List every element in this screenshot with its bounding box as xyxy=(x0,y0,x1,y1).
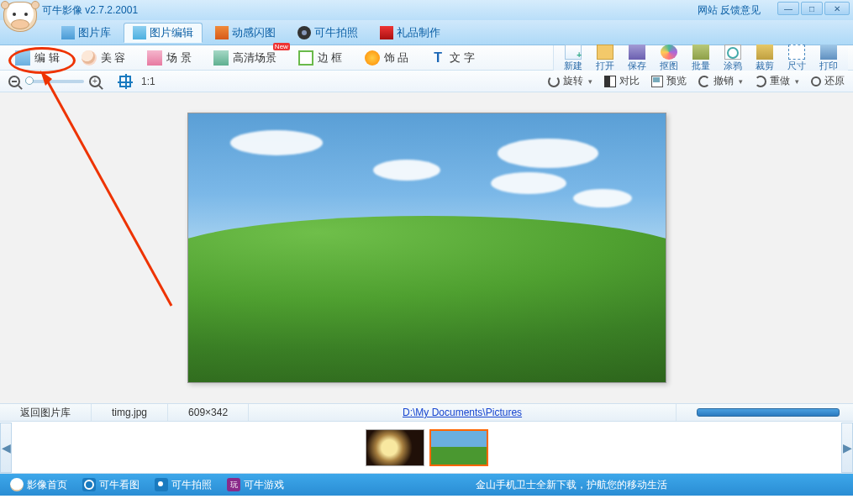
top-links: 网站 反馈意见 xyxy=(698,3,761,18)
bottom-photo[interactable]: 可牛拍照 xyxy=(155,478,212,492)
preview-button[interactable]: 预览 xyxy=(651,74,687,88)
filmstrip: ◀ ▶ xyxy=(0,422,853,474)
hd-icon xyxy=(213,50,229,66)
tab-flash[interactable]: 动感闪图 xyxy=(206,23,285,43)
tool-hd[interactable]: 高清场景New xyxy=(205,48,285,68)
image-content xyxy=(188,113,666,382)
undo-icon xyxy=(698,76,710,87)
back-to-library[interactable]: 返回图片库 xyxy=(0,404,92,421)
path-link[interactable]: D:\My Documents\Pictures xyxy=(249,404,677,421)
cropsel-button[interactable]: 抠图 xyxy=(653,45,685,72)
minimize-button[interactable]: — xyxy=(777,2,799,15)
cropsel-icon xyxy=(661,45,677,60)
gift-icon xyxy=(380,26,393,39)
cut-button[interactable]: 裁剪 xyxy=(749,45,781,72)
bottom-look[interactable]: 可牛看图 xyxy=(82,478,140,492)
batch-icon xyxy=(692,45,709,60)
size-button[interactable]: 尺寸 xyxy=(781,45,813,72)
doodle-icon xyxy=(724,45,741,60)
app-title: 可牛影像 v2.7.2.2001 xyxy=(42,3,138,18)
bottom-bar: 影像首页 可牛看图 可牛拍照 玩可牛游戏 金山手机卫士全新下载，护航您的移动生活 xyxy=(0,474,853,496)
window-controls: — □ ✕ xyxy=(776,2,850,15)
tool-text[interactable]: T文 字 xyxy=(422,48,483,68)
title-bar: 可牛影像 v2.7.2.2001 网站 反馈意见 — □ ✕ xyxy=(0,0,853,20)
app-logo xyxy=(3,2,40,39)
primary-tabs: 图片库 图片编辑 动感闪图 可牛拍照 礼品制作 xyxy=(0,20,853,45)
canvas-area xyxy=(0,92,853,403)
zoom-slider[interactable] xyxy=(25,80,84,83)
batch-button[interactable]: 批量 xyxy=(685,45,717,72)
tab-camera[interactable]: 可牛拍照 xyxy=(288,23,367,43)
tool-beauty[interactable]: 美 容 xyxy=(73,48,134,68)
beauty-icon xyxy=(82,50,97,66)
thumbnail-2[interactable] xyxy=(429,429,488,466)
tab-gift[interactable]: 礼品制作 xyxy=(371,23,450,43)
border-icon xyxy=(298,50,313,66)
tool-edit[interactable]: 编 辑 xyxy=(7,48,68,68)
new-badge: New xyxy=(273,43,290,50)
cut-icon xyxy=(756,45,773,60)
tab-edit[interactable]: 图片编辑 xyxy=(124,23,203,43)
site-link[interactable]: 网站 xyxy=(698,4,718,16)
edit-icon xyxy=(133,26,146,39)
filmstrip-right[interactable]: ▶ xyxy=(841,423,853,473)
print-icon xyxy=(820,45,837,60)
status-bar: 返回图片库 timg.jpg 609×342 D:\My Documents\P… xyxy=(0,403,853,422)
new-icon xyxy=(565,45,582,60)
contrast-button[interactable]: 对比 xyxy=(604,74,640,88)
library-icon xyxy=(61,26,75,39)
fit-icon[interactable] xyxy=(119,76,131,87)
redo-button[interactable]: 重做 xyxy=(755,74,799,88)
preview-icon xyxy=(651,76,663,87)
thumbnail-1[interactable] xyxy=(366,429,424,466)
tool-deco[interactable]: 饰 品 xyxy=(356,48,418,68)
contrast-icon xyxy=(604,76,616,87)
progress-track[interactable] xyxy=(697,408,840,417)
print-button[interactable]: 打印 xyxy=(813,45,845,72)
zoom-ratio: 1:1 xyxy=(141,76,155,87)
tab-library[interactable]: 图片库 xyxy=(52,23,120,43)
bottom-home[interactable]: 影像首页 xyxy=(10,478,67,492)
rotate-icon xyxy=(548,76,560,87)
filmstrip-left[interactable]: ◀ xyxy=(0,423,12,473)
save-button[interactable]: 保存 xyxy=(621,45,653,72)
view-bar: 1:1 旋转 对比 预览 撤销 重做 还原 xyxy=(0,71,853,92)
zoom-in-icon[interactable] xyxy=(89,76,101,87)
promo-text[interactable]: 金山手机卫士全新下载，护航您的移动生活 xyxy=(476,478,667,492)
camera-icon xyxy=(297,26,311,39)
redo-icon xyxy=(755,76,766,87)
revert-icon xyxy=(811,76,821,87)
open-icon xyxy=(597,45,613,60)
game-icon: 玩 xyxy=(227,478,240,491)
zoom-out-icon[interactable] xyxy=(8,76,20,87)
edit-small-icon xyxy=(15,50,30,66)
feedback-link[interactable]: 反馈意见 xyxy=(720,4,761,16)
revert-button[interactable]: 还原 xyxy=(811,74,845,88)
look-icon xyxy=(82,478,96,491)
scene-icon xyxy=(147,50,162,66)
flash-icon xyxy=(215,26,229,39)
open-button[interactable]: 打开 xyxy=(589,45,621,72)
dimensions-cell: 609×342 xyxy=(168,404,249,421)
maximize-button[interactable]: □ xyxy=(801,2,823,15)
image-frame[interactable] xyxy=(187,113,666,383)
rotate-button[interactable]: 旋转 xyxy=(548,74,592,88)
doodle-button[interactable]: 涂鸦 xyxy=(717,45,749,72)
tool-row: 编 辑 美 容 场 景 高清场景New 边 框 饰 品 T文 字 新建 打开 保… xyxy=(0,45,853,71)
new-button[interactable]: 新建 xyxy=(557,45,589,72)
photo-icon xyxy=(155,478,168,491)
tool-scene[interactable]: 场 景 xyxy=(139,48,200,68)
text-icon: T xyxy=(430,50,445,66)
cow-icon xyxy=(10,478,24,491)
save-icon xyxy=(629,45,645,60)
tool-border[interactable]: 边 框 xyxy=(290,48,351,68)
action-buttons: 新建 打开 保存 抠图 批量 涂鸦 裁剪 尺寸 打印 xyxy=(553,45,848,71)
size-icon xyxy=(788,45,805,60)
bottom-game[interactable]: 玩可牛游戏 xyxy=(227,478,284,492)
close-button[interactable]: ✕ xyxy=(824,2,850,15)
undo-button[interactable]: 撤销 xyxy=(698,74,743,88)
deco-icon xyxy=(365,50,380,66)
filename-cell: timg.jpg xyxy=(92,404,168,421)
